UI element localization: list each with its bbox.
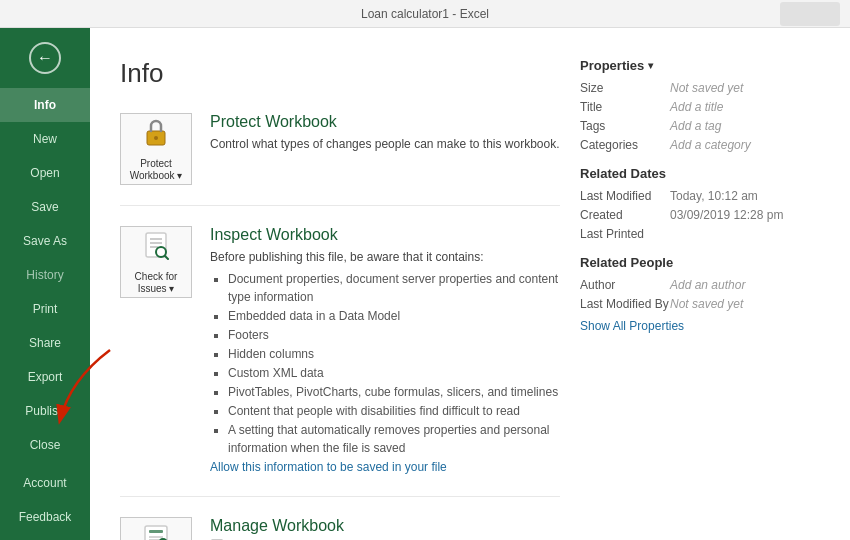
prop-last-printed-label: Last Printed bbox=[580, 227, 670, 241]
allow-info-link[interactable]: Allow this information to be saved in yo… bbox=[210, 460, 447, 474]
inspect-workbook-content: Inspect Workbook Before publishing this … bbox=[210, 226, 560, 476]
back-circle-icon[interactable]: ← bbox=[29, 42, 61, 74]
back-button[interactable]: ← bbox=[0, 28, 90, 88]
sidebar-item-history[interactable]: History bbox=[0, 258, 90, 292]
protect-workbook-content: Protect Workbook Control what types of c… bbox=[210, 113, 560, 153]
prop-size-label: Size bbox=[580, 81, 670, 95]
prop-categories-row: Categories Add a category bbox=[580, 138, 820, 152]
protect-workbook-label: ProtectWorkbook ▾ bbox=[130, 158, 183, 182]
sidebar-item-export[interactable]: Export bbox=[0, 360, 90, 394]
inspect-workbook-section: Check forIssues ▾ Inspect Workbook Befor… bbox=[120, 226, 560, 476]
inspect-item: PivotTables, PivotCharts, cube formulas,… bbox=[228, 383, 560, 401]
sidebar-item-save[interactable]: Save bbox=[0, 190, 90, 224]
inspect-item: Footers bbox=[228, 326, 560, 344]
properties-title: Properties ▾ bbox=[580, 58, 820, 73]
prop-last-printed-row: Last Printed bbox=[580, 227, 820, 241]
manage-workbook-button[interactable]: ManageWorkbook ▾ bbox=[120, 517, 192, 540]
protect-workbook-desc: Control what types of changes people can… bbox=[210, 135, 560, 153]
sidebar-item-save-as[interactable]: Save As bbox=[0, 224, 90, 258]
prop-tags-value[interactable]: Add a tag bbox=[670, 119, 721, 133]
sidebar-item-share[interactable]: Share bbox=[0, 326, 90, 360]
sidebar-item-account[interactable]: Account bbox=[0, 466, 90, 500]
protect-workbook-button[interactable]: ProtectWorkbook ▾ bbox=[120, 113, 192, 185]
inspect-items-list: Document properties, document server pro… bbox=[210, 270, 560, 457]
inspect-item: Embedded data in a Data Model bbox=[228, 307, 560, 325]
inspect-item: Hidden columns bbox=[228, 345, 560, 363]
prop-last-modified-by-label: Last Modified By bbox=[580, 297, 670, 311]
prop-author-label: Author bbox=[580, 278, 670, 292]
svg-line-7 bbox=[165, 256, 168, 259]
lock-icon bbox=[142, 117, 170, 154]
prop-last-modified-row: Last Modified Today, 10:12 am bbox=[580, 189, 820, 203]
prop-last-modified-by-row: Last Modified By Not saved yet bbox=[580, 297, 820, 311]
inspect-icon bbox=[141, 230, 171, 267]
prop-created-label: Created bbox=[580, 208, 670, 222]
user-avatar bbox=[780, 2, 840, 26]
sidebar: ← Info New Open Save Save As History Pri… bbox=[0, 28, 90, 540]
prop-categories-label: Categories bbox=[580, 138, 670, 152]
prop-tags-label: Tags bbox=[580, 119, 670, 133]
main-content: Info ProtectWorkbook ▾ bbox=[90, 28, 850, 540]
check-issues-label: Check forIssues ▾ bbox=[135, 271, 178, 295]
sidebar-item-close[interactable]: Close bbox=[0, 428, 90, 462]
protect-workbook-title: Protect Workbook bbox=[210, 113, 560, 131]
svg-rect-9 bbox=[149, 530, 163, 533]
prop-created-value: 03/09/2019 12:28 pm bbox=[670, 208, 783, 222]
prop-author-row: Author Add an author bbox=[580, 278, 820, 292]
inspect-item: Document properties, document server pro… bbox=[228, 270, 560, 306]
manage-icon bbox=[141, 521, 171, 541]
related-people-title: Related People bbox=[580, 255, 820, 270]
inspect-workbook-desc: Before publishing this file, be aware th… bbox=[210, 248, 560, 476]
manage-workbook-title: Manage Workbook bbox=[210, 517, 560, 535]
sidebar-item-print[interactable]: Print bbox=[0, 292, 90, 326]
inspect-workbook-button[interactable]: Check forIssues ▾ bbox=[120, 226, 192, 298]
sidebar-item-feedback[interactable]: Feedback bbox=[0, 500, 90, 534]
manage-workbook-content: Manage Workbook ≡ There are no unsaved c… bbox=[210, 517, 560, 540]
svg-point-1 bbox=[154, 136, 158, 140]
prop-last-modified-value: Today, 10:12 am bbox=[670, 189, 758, 203]
prop-title-label: Title bbox=[580, 100, 670, 114]
show-all-properties-link[interactable]: Show All Properties bbox=[580, 319, 820, 333]
titlebar: Loan calculator1 - Excel bbox=[0, 0, 850, 28]
page-title: Info bbox=[120, 58, 560, 89]
related-dates-title: Related Dates bbox=[580, 166, 820, 181]
prop-author-value[interactable]: Add an author bbox=[670, 278, 745, 292]
inspect-item: Content that people with disabilities fi… bbox=[228, 402, 560, 420]
prop-title-value[interactable]: Add a title bbox=[670, 100, 723, 114]
inspect-workbook-title: Inspect Workbook bbox=[210, 226, 560, 244]
prop-title-row: Title Add a title bbox=[580, 100, 820, 114]
prop-created-row: Created 03/09/2019 12:28 pm bbox=[580, 208, 820, 222]
sidebar-item-info[interactable]: Info bbox=[0, 88, 90, 122]
sidebar-item-options[interactable]: Options bbox=[0, 534, 90, 540]
protect-workbook-section: ProtectWorkbook ▾ Protect Workbook Contr… bbox=[120, 113, 560, 185]
sidebar-item-open[interactable]: Open bbox=[0, 156, 90, 190]
prop-size-row: Size Not saved yet bbox=[580, 81, 820, 95]
inspect-item: Custom XML data bbox=[228, 364, 560, 382]
titlebar-text: Loan calculator1 - Excel bbox=[361, 7, 489, 21]
properties-panel: Properties ▾ Size Not saved yet Title Ad… bbox=[560, 58, 820, 333]
prop-categories-value[interactable]: Add a category bbox=[670, 138, 751, 152]
manage-workbook-section: ManageWorkbook ▾ Manage Workbook ≡ There… bbox=[120, 517, 560, 540]
sidebar-item-publish[interactable]: Publish bbox=[0, 394, 90, 428]
prop-size-value: Not saved yet bbox=[670, 81, 743, 95]
prop-last-modified-by-value: Not saved yet bbox=[670, 297, 743, 311]
inspect-item: A setting that automatically removes pro… bbox=[228, 421, 560, 457]
prop-tags-row: Tags Add a tag bbox=[580, 119, 820, 133]
prop-last-modified-label: Last Modified bbox=[580, 189, 670, 203]
sidebar-item-new[interactable]: New bbox=[0, 122, 90, 156]
